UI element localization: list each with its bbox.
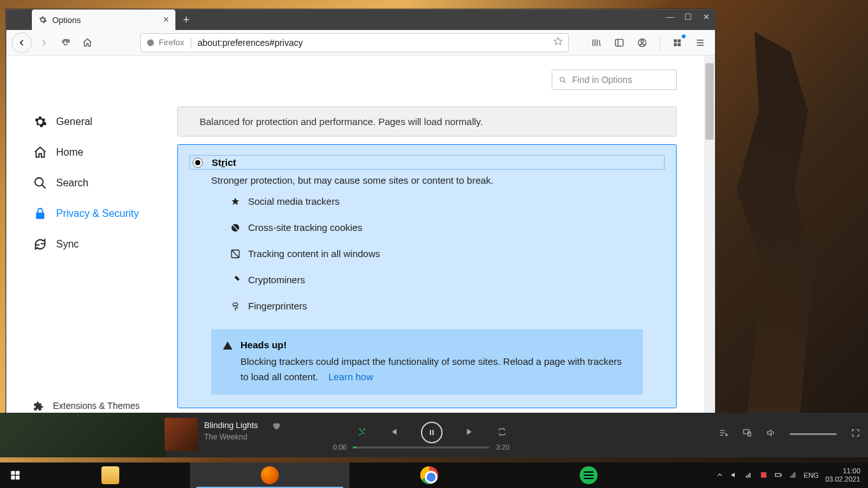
tray-battery-icon[interactable] (774, 471, 783, 480)
home-button[interactable] (78, 33, 97, 52)
titlebar: Options × + — ☐ ✕ (6, 10, 715, 30)
preferences-sidebar: General Home Search Privacy & Security S… (6, 55, 177, 455)
svg-rect-17 (11, 471, 15, 475)
repeat-button[interactable] (497, 427, 506, 438)
forward-button[interactable] (34, 33, 54, 52)
library-button[interactable] (587, 33, 606, 52)
sidebar-item-privacy[interactable]: Privacy & Security (33, 198, 177, 229)
radio-selected-icon[interactable] (193, 158, 203, 168)
reload-button[interactable] (56, 33, 75, 52)
social-tracker-icon (230, 196, 240, 207)
volume-button[interactable] (766, 428, 776, 440)
separator (659, 35, 660, 50)
fullscreen-button[interactable] (851, 428, 860, 440)
tray-clock[interactable]: 11:00 03.02.2021 (825, 467, 860, 484)
sidebar-item-label: Home (56, 147, 84, 158)
sidebar-item-label: General (56, 116, 92, 128)
svg-rect-22 (747, 474, 749, 477)
sidebar-item-home[interactable]: Home (33, 137, 177, 168)
firefox-window: Options × + — ☐ ✕ Firefox about: (6, 9, 716, 455)
tray-network-icon[interactable] (745, 471, 753, 480)
taskbar-app-files[interactable] (31, 462, 190, 488)
minimize-button[interactable]: — (665, 12, 675, 22)
tray-wifi-icon[interactable] (789, 471, 797, 480)
shuffle-button[interactable] (357, 427, 366, 438)
url-text: about:preferences#privacy (198, 38, 303, 48)
taskbar-app-spotify[interactable] (509, 462, 668, 488)
play-pause-button[interactable] (421, 422, 443, 443)
window-controls: — ☐ ✕ (665, 12, 711, 22)
previous-button[interactable] (389, 427, 398, 438)
home-icon (33, 145, 47, 159)
duration-label: 3:20 (496, 443, 509, 451)
svg-point-3 (641, 40, 644, 43)
chrome-icon (420, 466, 438, 484)
headsup-learn-link[interactable]: Learn how (328, 371, 373, 382)
queue-button[interactable] (719, 428, 728, 440)
svg-rect-4 (674, 39, 677, 42)
gear-icon (38, 15, 47, 24)
firefox-icon (261, 466, 279, 484)
new-tab-button[interactable]: + (180, 13, 193, 26)
media-player-bar: Blinding Lights The Weeknd 0:06 3:20 (0, 413, 868, 457)
toolbar: Firefox about:preferences#privacy (6, 30, 715, 55)
scrollbar-thumb[interactable] (705, 63, 714, 140)
devices-button[interactable] (742, 428, 752, 440)
svg-rect-26 (790, 476, 791, 477)
sidebar-button[interactable] (610, 33, 629, 52)
search-icon (559, 76, 567, 84)
progress-bar[interactable] (353, 447, 489, 448)
cryptominer-icon (230, 275, 240, 285)
tray-date: 03.02.2021 (825, 475, 860, 484)
account-button[interactable] (633, 33, 652, 52)
tracking-content-icon (230, 249, 240, 259)
puzzle-icon (33, 401, 44, 411)
like-button[interactable] (272, 422, 281, 433)
tracker-item: Tracking content in all windows (230, 248, 665, 259)
svg-point-8 (560, 77, 564, 82)
tray-chevron-icon[interactable] (716, 471, 724, 480)
maximize-button[interactable]: ☐ (683, 12, 693, 22)
volume-slider[interactable] (790, 433, 837, 435)
album-art[interactable] (165, 418, 198, 451)
svg-rect-24 (761, 472, 767, 478)
site-identity[interactable]: Firefox (146, 38, 184, 47)
track-title[interactable]: Blinding Lights (204, 420, 258, 430)
svg-rect-13 (430, 430, 431, 435)
search-placeholder: Find in Options (572, 75, 632, 85)
browser-tab[interactable]: Options × (32, 10, 175, 30)
options-search-input[interactable]: Find in Options (552, 70, 677, 90)
tray-volume-icon[interactable] (730, 471, 739, 480)
tray-time: 11:00 (825, 467, 860, 475)
sidebar-item-search[interactable]: Search (33, 168, 177, 198)
extension-button[interactable] (668, 33, 687, 52)
tray-security-icon[interactable] (760, 471, 768, 480)
tray-language[interactable]: ENG (804, 471, 819, 479)
close-window-button[interactable]: ✕ (701, 12, 711, 22)
taskbar-app-chrome[interactable] (349, 462, 509, 488)
svg-rect-5 (678, 39, 681, 42)
svg-rect-19 (11, 476, 15, 480)
svg-rect-25 (776, 473, 781, 476)
start-button[interactable] (0, 462, 31, 488)
bookmark-star-button[interactable] (553, 36, 563, 48)
tab-close-icon[interactable]: × (163, 14, 169, 26)
sidebar-item-label: Privacy & Security (56, 208, 139, 219)
scrollbar[interactable] (704, 55, 715, 455)
strict-protection-card[interactable]: Strict Stronger protection, but may caus… (177, 144, 677, 408)
next-button[interactable] (466, 427, 474, 438)
taskbar-app-firefox[interactable] (190, 462, 349, 488)
menu-button[interactable] (691, 33, 710, 52)
standard-protection-card[interactable]: Balanced for protection and performance.… (177, 107, 677, 137)
sidebar-item-general[interactable]: General (33, 107, 177, 137)
svg-rect-21 (746, 475, 747, 477)
tracker-item: Social media trackers (230, 196, 665, 207)
url-bar[interactable]: Firefox about:preferences#privacy (140, 33, 569, 52)
track-artist[interactable]: The Weeknd (204, 433, 258, 441)
svg-rect-29 (795, 472, 795, 478)
cookie-icon (230, 223, 240, 233)
sidebar-item-sync[interactable]: Sync (33, 229, 177, 260)
firefox-logo-icon (146, 38, 155, 47)
strict-radio-row[interactable]: Strict (189, 155, 665, 170)
back-button[interactable] (11, 33, 32, 53)
